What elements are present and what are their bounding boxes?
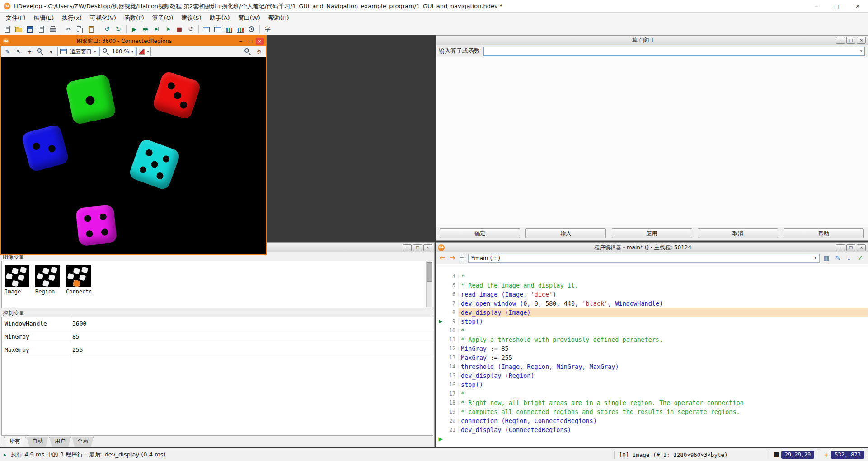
variable-tab-auto[interactable]: 自动: [27, 437, 48, 447]
menu-visualization[interactable]: 可视化(V): [86, 13, 120, 23]
breakpoint-gutter[interactable]: ▶: [436, 317, 445, 326]
code-line-9[interactable]: ▶9stop(): [436, 317, 868, 326]
ocr-assistant-icon[interactable]: 字: [262, 24, 273, 34]
menu-window[interactable]: 窗口(W): [234, 13, 264, 23]
code-line-17[interactable]: 17*: [436, 389, 868, 398]
sync-program-icon[interactable]: ↓: [844, 253, 854, 263]
breakpoint-gutter[interactable]: [436, 353, 445, 362]
zoom-mode-caret-icon[interactable]: ▾: [46, 47, 56, 56]
breakpoint-gutter[interactable]: [436, 380, 445, 389]
variable-close-button[interactable]: ×: [423, 244, 432, 251]
navigate-forward-icon[interactable]: →: [448, 255, 456, 261]
image-canvas[interactable]: [1, 57, 266, 254]
operator-help-button[interactable]: 帮助: [784, 228, 864, 238]
menu-procedures[interactable]: 函数(P): [120, 13, 148, 23]
main-minimize-button[interactable]: ─: [806, 0, 826, 12]
draw-region-icon[interactable]: ✎: [3, 47, 13, 56]
breakpoint-gutter[interactable]: [436, 308, 445, 317]
variable-maximize-button[interactable]: □: [413, 244, 422, 251]
gray-histogram-icon[interactable]: [224, 24, 235, 34]
code-line-20[interactable]: 20connection (Region, ConnectedRegions): [436, 416, 868, 425]
operator-apply-button[interactable]: 应用: [612, 228, 692, 238]
control-variable-row[interactable]: WindowHandle3600: [2, 317, 433, 330]
code-line-8[interactable]: 8dev_display (Image): [436, 308, 868, 317]
inspect-pixel-icon[interactable]: [243, 47, 253, 56]
editor-minimize-button[interactable]: ─: [836, 244, 845, 251]
breakpoint-gutter[interactable]: [436, 299, 445, 308]
code-line-12[interactable]: 12MinGray := 85: [436, 344, 868, 353]
redo-icon[interactable]: ↻: [113, 24, 124, 34]
thumbnail-view-icon[interactable]: ▦: [821, 253, 831, 263]
code-line-7[interactable]: 7dev_open_window (0, 0, 580, 440, 'black…: [436, 299, 868, 308]
menu-help[interactable]: 帮助(H): [264, 13, 293, 23]
editor-titlebar[interactable]: HA 程序编辑器 - main* () - 主线程: 50124 ─□×: [436, 243, 868, 252]
operator-window-titlebar[interactable]: 算子窗口 ─□×: [436, 36, 868, 45]
breakpoint-gutter[interactable]: [436, 326, 445, 335]
main-maximize-button[interactable]: □: [826, 0, 847, 12]
variable-tab-user[interactable]: 用户: [49, 437, 71, 447]
operator-minimize-button[interactable]: ─: [836, 37, 845, 44]
menu-operators[interactable]: 算子(O): [148, 13, 177, 23]
iconic-scrollbar-thumb[interactable]: [427, 262, 432, 282]
run-continuous-icon[interactable]: ▶▶: [140, 24, 151, 34]
zoom-fit-combo[interactable]: 适应窗口 ▾: [57, 47, 98, 56]
breakpoint-gutter[interactable]: [436, 416, 445, 425]
variable-tab-all[interactable]: 所有: [4, 437, 26, 447]
pointer-icon[interactable]: ↖: [14, 47, 23, 56]
breakpoint-gutter[interactable]: [436, 371, 445, 380]
step-into-icon[interactable]: |▶: [163, 24, 174, 34]
breakpoint-gutter[interactable]: [436, 389, 445, 398]
editor-close-button[interactable]: ×: [857, 244, 866, 251]
print-icon[interactable]: [47, 24, 58, 34]
breakpoint-gutter[interactable]: [436, 407, 445, 416]
close-graphics-window-icon[interactable]: [212, 24, 223, 34]
graphics-window-titlebar[interactable]: HA 图形窗口: 3600 - ConnectedRegions ─□×: [1, 36, 266, 46]
graphics-close-button[interactable]: ×: [256, 38, 264, 45]
code-line-16[interactable]: 16stop(): [436, 380, 868, 389]
menu-suggestions[interactable]: 建议(S): [177, 13, 205, 23]
breakpoint-gutter[interactable]: [436, 398, 445, 407]
breakpoint-gutter[interactable]: [436, 281, 445, 290]
save-program-icon[interactable]: [25, 24, 36, 34]
open-program-icon[interactable]: [14, 24, 24, 34]
code-line-5[interactable]: 5* Read the image and display it.: [436, 281, 868, 290]
runtime-statistics-icon[interactable]: [246, 24, 257, 34]
variable-minimize-button[interactable]: ─: [403, 244, 412, 251]
feature-histogram-icon[interactable]: [235, 24, 246, 34]
iconic-var-image[interactable]: Image: [5, 265, 30, 308]
breakpoint-gutter[interactable]: [436, 344, 445, 353]
iconic-scrollbar[interactable]: [426, 261, 432, 307]
breakpoint-gutter[interactable]: [436, 335, 445, 344]
menu-execute[interactable]: 执行(x): [58, 13, 86, 23]
code-line-19[interactable]: 19* computes all connected regions and s…: [436, 407, 868, 416]
variable-tab-global[interactable]: 全局: [72, 437, 94, 447]
operator-cancel-button[interactable]: 取消: [698, 228, 778, 238]
breakpoint-gutter[interactable]: ▶: [436, 434, 445, 443]
new-program-icon[interactable]: [2, 24, 13, 34]
draw-color-combo[interactable]: ▾: [136, 47, 151, 56]
code-line-21[interactable]: 21dev_display (ConnectedRegions): [436, 425, 868, 434]
menu-assistants[interactable]: 助手(A): [206, 13, 234, 23]
operator-ok-button[interactable]: 确定: [440, 228, 520, 238]
code-line-end[interactable]: ▶: [436, 434, 868, 443]
breakpoint-gutter[interactable]: [436, 362, 445, 371]
breakpoint-gutter[interactable]: [436, 425, 445, 434]
run-icon[interactable]: ▶: [129, 24, 140, 34]
code-editor[interactable]: 4*5* Read the image and display it.6read…: [436, 264, 868, 447]
function-selector[interactable]: *main (:::) ▾: [468, 254, 820, 263]
cut-icon[interactable]: ✂: [63, 24, 74, 34]
zoom-percent-combo[interactable]: 100 % ▾: [99, 47, 136, 56]
chevron-down-icon[interactable]: ▾: [860, 49, 862, 53]
reset-program-icon[interactable]: ↺: [185, 24, 196, 34]
code-line-18[interactable]: 18* Right now, all bright areas are in a…: [436, 398, 868, 407]
breakpoint-gutter[interactable]: [436, 290, 445, 299]
code-line-14[interactable]: 14threshold (Image, Region, MinGray, Max…: [436, 362, 868, 371]
code-line-11[interactable]: 11* Apply a threshold with previously de…: [436, 335, 868, 344]
graphics-maximize-button[interactable]: □: [246, 38, 254, 45]
iconic-var-connecte[interactable]: Connecte: [66, 265, 91, 308]
undo-icon[interactable]: ↺: [102, 24, 113, 34]
operator-maximize-button[interactable]: □: [846, 37, 855, 44]
step-over-icon[interactable]: ▶|: [151, 24, 162, 34]
code-line-13[interactable]: 13MaxGray := 255: [436, 353, 868, 362]
navigate-back-icon[interactable]: ←: [438, 255, 446, 261]
